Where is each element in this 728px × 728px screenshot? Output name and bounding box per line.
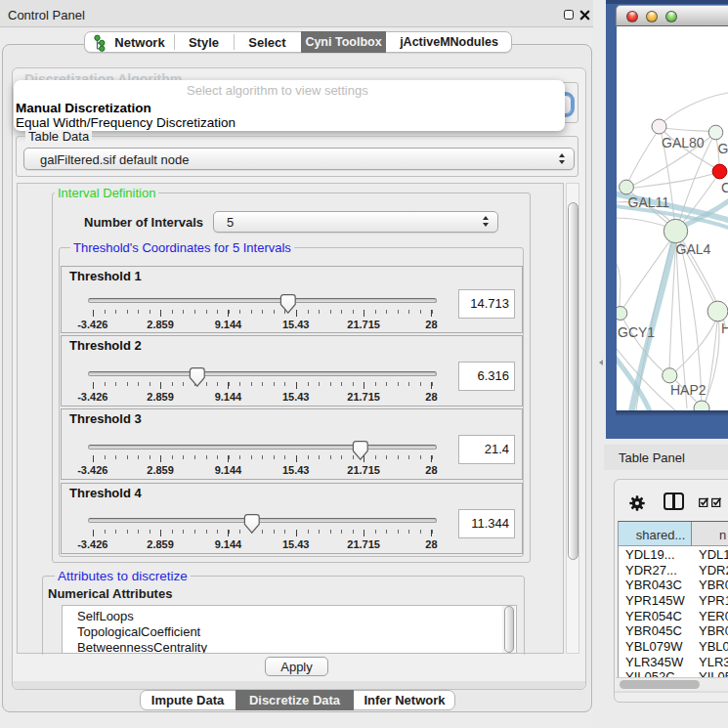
svg-text:HAP2: HAP2 xyxy=(670,382,707,398)
svg-text:GA: GA xyxy=(718,141,728,156)
svg-text:GAL80: GAL80 xyxy=(662,135,705,150)
svg-text:GAL11: GAL11 xyxy=(628,194,670,210)
svg-text:GCY1: GCY1 xyxy=(618,324,655,340)
svg-text:H: H xyxy=(721,321,728,336)
svg-text:GAL4: GAL4 xyxy=(676,241,711,257)
svg-text:C: C xyxy=(721,180,728,195)
